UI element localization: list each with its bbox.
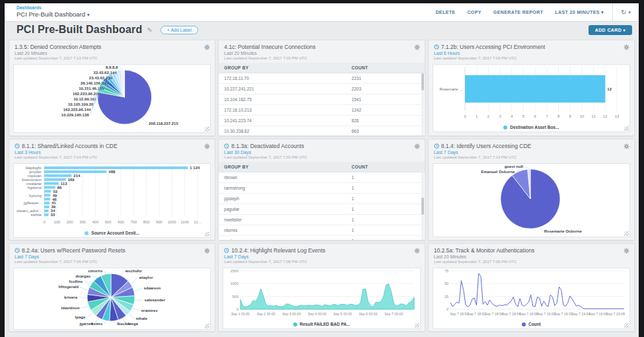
column-header[interactable]: GROUP BY (219, 162, 346, 172)
bar[interactable] (44, 209, 49, 212)
table-row[interactable]: 172.16.11.702231 (219, 73, 424, 84)
chart-panel: 01002003004005006007008009001000110012..… (13, 163, 211, 238)
custom-time-clock-icon (434, 44, 439, 50)
table-row[interactable]: rbrown1 (219, 172, 424, 183)
column-header[interactable]: COUNT (346, 162, 424, 172)
custom-time-clock-icon (224, 143, 229, 149)
card-settings-gear-icon[interactable] (204, 44, 210, 50)
dashboard-selector[interactable]: PCI Pre-Built Dashboard ▾ (17, 11, 90, 18)
card-time-range[interactable]: Last 6 Hours (434, 51, 629, 56)
label-leader-line (129, 314, 135, 318)
divider (612, 3, 613, 21)
card-settings-gear-icon[interactable] (624, 248, 629, 254)
generate-report-button[interactable]: GENERATE REPORT (493, 10, 544, 15)
table-row[interactable]: 10.104.162.751541 (219, 94, 424, 105)
resize-handle[interactable] (624, 323, 629, 328)
table-row[interactable]: ntorres1 (219, 225, 424, 236)
bar-value-label: 113 (61, 182, 67, 186)
table-row[interactable]: pjoseph1 (219, 194, 424, 204)
column-header[interactable]: GROUP BY (219, 63, 346, 73)
legend-label: Source Account Desti... (91, 231, 139, 235)
x-tick-label: 600 (118, 220, 124, 224)
card-time-range[interactable]: Last 7 Days (434, 150, 629, 155)
bar[interactable] (44, 174, 71, 177)
table-row[interactable]: nsoto1 (219, 236, 424, 241)
legend-dot (293, 322, 297, 326)
x-tick-label: 500 (105, 220, 112, 224)
resize-handle[interactable] (624, 126, 629, 131)
table-row[interactable]: 10.30.238.62663 (219, 126, 424, 136)
pie-slice-label: sdawson (143, 286, 161, 290)
card-time-range: Last 20 Minutes (15, 51, 209, 56)
card-title: 10.2.5a: Track & Monitor Authentications (434, 247, 535, 254)
table-row[interactable]: nwebster1 (219, 215, 424, 225)
x-tick-label: Sep 7 19:02 (554, 312, 573, 316)
resize-handle[interactable] (205, 127, 209, 131)
x-tick-label: 3 (499, 114, 501, 118)
custom-time-clock-icon (15, 248, 20, 253)
card-settings-gear-icon[interactable] (204, 143, 210, 149)
pie-slice-label: 23.43.62.144 (93, 71, 117, 75)
table-row[interactable]: 172.16.10.2131242 (219, 105, 424, 116)
card-settings-gear-icon[interactable] (624, 44, 629, 50)
pie-slice-label: 10.105.109.20 (68, 102, 94, 106)
card-time-range[interactable]: Last 3 Hours (15, 150, 209, 155)
bar[interactable] (465, 75, 605, 103)
bar[interactable] (44, 170, 106, 173)
edit-title-pencil-icon[interactable]: ✎ (147, 26, 152, 34)
x-tick-label: 12... (194, 220, 201, 224)
card-settings-gear-icon[interactable] (624, 143, 629, 149)
card-time-range[interactable]: Last 7 Days (224, 254, 419, 259)
card-settings-gear-icon[interactable] (414, 143, 420, 149)
legend-dot (522, 322, 526, 326)
bar[interactable] (44, 186, 55, 189)
resize-handle[interactable] (624, 231, 629, 236)
bar[interactable] (44, 190, 51, 192)
table-cell: 1 (346, 183, 424, 193)
card-settings-gear-icon[interactable] (414, 44, 420, 50)
bar[interactable] (44, 194, 50, 196)
bar[interactable] (44, 198, 50, 200)
add-label-button[interactable]: + Add Label (161, 26, 198, 34)
label-leader-line (92, 276, 96, 278)
scrollbar-thumb[interactable] (421, 198, 424, 215)
bar[interactable] (44, 202, 50, 204)
scrollbar[interactable] (421, 73, 424, 136)
scrollbar[interactable] (421, 172, 424, 241)
resize-handle[interactable] (415, 323, 419, 328)
table-row[interactable]: 10.227.241.2212203 (219, 84, 424, 94)
card-time-range[interactable]: Last 7 Days (15, 254, 209, 259)
card-title: 10.2.4: Highlight Relevant Log Events (231, 247, 325, 254)
time-range-selector[interactable]: LAST 20 MINUTES ▾ (555, 10, 604, 15)
breadcrumb-dashboards-link[interactable]: Dashboards (17, 5, 90, 10)
card-title: 8.1.3a: Deactivated Accounts (231, 143, 304, 149)
delete-button[interactable]: DELETE (435, 10, 455, 15)
copy-button[interactable]: COPY (467, 10, 481, 15)
bar[interactable] (44, 178, 66, 181)
card-time-range[interactable]: Last 30 Days (224, 150, 419, 155)
card-last-updated: Last updated September 7, 2017 7:08 PM U… (224, 260, 419, 264)
bar[interactable] (44, 213, 48, 216)
card-settings-gear-icon[interactable] (414, 248, 420, 254)
table-cell: nsoto (219, 236, 346, 241)
resize-handle[interactable] (205, 324, 209, 328)
refresh-button[interactable]: ↻▾ (616, 9, 639, 16)
column-header[interactable]: COUNT (346, 63, 424, 73)
table-row[interactable]: rarmstrong1 (219, 183, 424, 194)
table-row[interactable]: 10.241.223.74826 (219, 116, 424, 126)
scrollbar-thumb[interactable] (421, 73, 424, 91)
x-tick-label: 1 (476, 114, 478, 118)
bar[interactable] (44, 206, 50, 208)
legend-dot (503, 126, 507, 130)
add-card-button[interactable]: ADD CARD ▾ (589, 25, 632, 35)
x-tick-label: 8 (557, 114, 559, 118)
resize-handle[interactable] (205, 232, 209, 237)
bar[interactable] (44, 182, 59, 185)
bar-value-label: 12 (607, 87, 612, 91)
x-tick-label: 4 (511, 114, 513, 118)
bar[interactable] (44, 167, 188, 169)
card-settings-gear-icon[interactable] (204, 248, 210, 254)
pie-slice-label: Rosemarie Osborne (544, 229, 582, 233)
table-row[interactable]: paguilar1 (219, 204, 424, 215)
chart-panel: 01234567891011121312Rosemarie ... Destin… (433, 64, 630, 132)
